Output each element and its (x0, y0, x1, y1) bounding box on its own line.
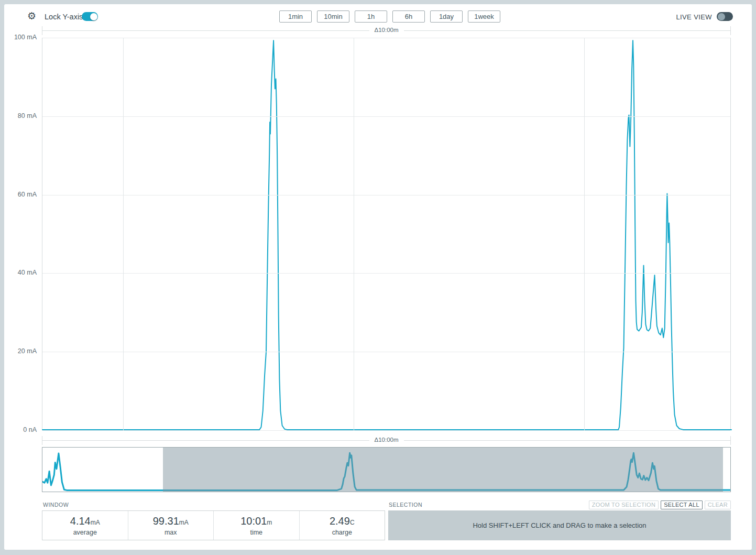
vertical-gridline (123, 38, 124, 430)
stat-value: 4.14mA (70, 515, 100, 527)
stat-unit: mA (179, 519, 189, 526)
top-window-ruler: Δ10:00m (42, 26, 731, 35)
y-axis-tick-label: 60 mA (18, 191, 37, 198)
live-view-label: LIVE VIEW (676, 13, 712, 21)
stat-label: charge (332, 529, 352, 536)
horizontal-gridline (42, 38, 730, 38)
bottom-window-ruler: Δ10:00m (42, 436, 731, 445)
stat-time: 10:01mtime (214, 511, 300, 540)
toggle-knob (90, 13, 97, 20)
stat-average: 4.14mAaverage (42, 511, 128, 540)
y-axis-tick-label: 20 mA (18, 347, 37, 355)
selection-hint-box: Hold SHIFT+LEFT CLICK and DRAG to make a… (388, 510, 731, 540)
range-button-1h[interactable]: 1h (355, 10, 387, 23)
overview-minimap[interactable] (42, 447, 731, 492)
range-button-1day[interactable]: 1day (430, 10, 463, 23)
ruler-tick (730, 26, 731, 35)
gear-icon[interactable]: ⚙ (27, 11, 36, 21)
window-stats-box: 4.14mAaverage99.31mAmax10:01mtime2.49Cch… (42, 510, 385, 540)
stat-value: 10:01m (240, 515, 272, 527)
vertical-gridline (584, 38, 585, 430)
stat-unit: C (350, 519, 355, 526)
lock-y-axis-toggle[interactable] (82, 12, 98, 21)
plot-area[interactable] (42, 38, 731, 430)
y-axis-tick-label: 0 nA (23, 426, 37, 433)
horizontal-gridline (42, 430, 730, 431)
stat-label: max (165, 529, 177, 536)
y-axis-tick-label: 80 mA (18, 112, 37, 119)
window-span-label: Δ10:00m (369, 27, 403, 33)
horizontal-gridline (42, 273, 730, 274)
live-view-toggle[interactable] (717, 12, 733, 21)
stat-unit: m (267, 519, 272, 526)
zoom-to-selection-button: ZOOM TO SELECTION (589, 500, 659, 509)
horizontal-gridline (42, 195, 730, 195)
range-button-1week[interactable]: 1week (468, 10, 500, 23)
select-all-button[interactable]: SELECT ALL (661, 500, 703, 509)
y-axis-tick-label: 100 mA (14, 34, 37, 41)
clear-button: CLEAR (705, 500, 731, 509)
window-section-label: WINDOW (43, 502, 69, 508)
y-axis-tick-label: 40 mA (18, 269, 37, 276)
stat-label: time (250, 529, 262, 536)
stat-max: 99.31mAmax (128, 511, 214, 540)
lock-y-axis-label: Lock Y-axis (45, 13, 83, 21)
stat-value: 99.31mA (153, 515, 189, 527)
y-axis: 100 mA80 mA60 mA40 mA20 mA0 nA (4, 38, 38, 430)
main-chart-line (42, 38, 731, 431)
ruler-tick (730, 436, 731, 445)
stat-charge: 2.49Ccharge (300, 511, 385, 540)
toggle-knob (718, 13, 725, 20)
range-button-1min[interactable]: 1min (279, 10, 312, 23)
overview-window-region[interactable] (163, 448, 723, 492)
window-span-label: Δ10:00m (369, 437, 403, 443)
range-button-10min[interactable]: 10min (317, 10, 349, 23)
stat-value: 2.49C (330, 515, 355, 527)
stat-label: average (73, 529, 97, 536)
selection-section-label: SELECTION (389, 502, 422, 508)
range-button-6h[interactable]: 6h (392, 10, 425, 23)
horizontal-gridline (42, 352, 730, 352)
app-panel: ⚙ Lock Y-axis 1min10min1h6h1day1week LIV… (4, 4, 752, 550)
horizontal-gridline (42, 116, 730, 117)
selection-hint-text: Hold SHIFT+LEFT CLICK and DRAG to make a… (473, 521, 646, 529)
time-range-button-group: 1min10min1h6h1day1week (279, 10, 500, 23)
selection-button-group: ZOOM TO SELECTIONSELECT ALLCLEAR (589, 500, 731, 509)
vertical-gridline (354, 38, 354, 430)
stat-unit: mA (91, 519, 100, 526)
